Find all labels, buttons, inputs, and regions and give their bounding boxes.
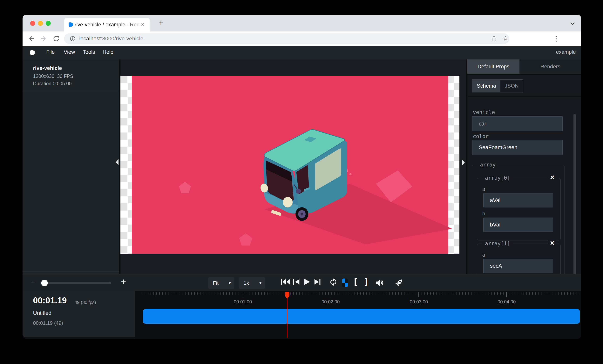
back-icon[interactable] [28, 35, 35, 42]
loop-toggle-button[interactable] [329, 278, 337, 286]
tab-default-props[interactable]: Default Props [467, 59, 520, 74]
play-button[interactable] [304, 279, 311, 285]
tab-title: rive-vehicle / example - Remoti [75, 22, 143, 28]
url-host: localhost [79, 35, 101, 42]
panel-scrollbar[interactable] [573, 114, 576, 274]
deco-pentagon-left [179, 182, 191, 193]
toggle-schema[interactable]: Schema [473, 80, 500, 92]
collapse-panel-arrow-icon[interactable] [462, 160, 465, 166]
caret-down-icon: ▾ [259, 281, 261, 285]
browser-tab[interactable]: rive-vehicle / example - Remoti × [64, 18, 150, 32]
current-time-display: 00:01.19 [33, 296, 67, 305]
ruler-label: 00:03.00 [410, 299, 428, 305]
array-0-b-label: b [482, 211, 485, 216]
fit-dropdown[interactable]: Fit ▾ [208, 277, 234, 289]
address-bar[interactable]: localhost:3000/rive-vehicle ☆ [64, 34, 509, 44]
toggle-json[interactable]: JSON [500, 80, 523, 92]
ruler-label: 00:01.00 [234, 299, 252, 305]
van-front-hub-center [301, 213, 303, 216]
out-point-button[interactable]: ] [364, 277, 369, 287]
panel-divider-line [467, 96, 581, 97]
van-mirror [296, 189, 301, 194]
timeline-info-panel: 00:01.19 49 (30 fps) Untitled 00:01.19 (… [23, 291, 135, 337]
playhead-handle[interactable] [285, 292, 289, 299]
jump-to-end-button[interactable] [314, 279, 321, 285]
array-1-label: array[1] [482, 240, 513, 247]
vehicle-input[interactable]: car [472, 116, 563, 131]
tab-renders[interactable]: Renders [520, 59, 581, 74]
app-menu-bar: File View Tools Help example [23, 46, 581, 60]
deco-dot [349, 173, 352, 175]
deco-rhombus [376, 170, 412, 202]
vehicle-artwork [120, 76, 459, 254]
vehicle-label: vehicle [473, 109, 495, 115]
timeline-track-bar[interactable] [143, 309, 580, 324]
speed-dropdown[interactable]: 1x ▾ [239, 277, 265, 289]
array-0-a-input[interactable]: aVal [483, 193, 553, 207]
tab-close-icon[interactable]: × [141, 21, 145, 28]
transparency-checkerboard-toggle[interactable] [342, 279, 348, 287]
composition-title: rive-vehicle [33, 65, 62, 71]
speed-dropdown-value: 1x [244, 280, 259, 286]
playback-controls-bar: − + Fit ▾ 1x ▾ [ ] [23, 274, 581, 292]
array-0-b-value: bVal [490, 222, 500, 228]
reload-icon[interactable] [52, 35, 60, 42]
array-1-a-label: a [482, 252, 485, 258]
previous-frame-button[interactable] [293, 279, 300, 285]
remotion-logo-icon [30, 49, 36, 56]
tab-search-chevron-icon[interactable] [569, 21, 575, 26]
array-1-fieldset: array[1] × a secA b [477, 244, 561, 274]
fit-dropdown-value: Fit [213, 280, 229, 286]
volume-button[interactable] [375, 279, 384, 287]
array-0-fieldset: array[0] × a aVal b bVal [477, 178, 561, 240]
site-info-icon[interactable] [70, 36, 75, 41]
menu-help[interactable]: Help [103, 49, 114, 55]
in-point-button[interactable]: [ [353, 277, 358, 287]
array-0-remove-icon[interactable]: × [548, 174, 556, 180]
browser-window: rive-vehicle / example - Remoti × + loca… [23, 15, 581, 339]
jump-to-start-button[interactable] [281, 279, 291, 285]
zoom-slider-track[interactable] [40, 282, 111, 284]
zoom-slider-thumb[interactable] [41, 280, 48, 286]
menu-view[interactable]: View [64, 49, 75, 55]
ruler-major-ticks[interactable] [142, 292, 580, 297]
traffic-light-minimize-button[interactable] [38, 21, 43, 26]
browser-tab-strip: rive-vehicle / example - Remoti × + [23, 15, 581, 32]
deco-pentagon-bottom [239, 233, 252, 246]
array-0-a-label: a [482, 186, 485, 192]
track-name[interactable]: Untitled [33, 310, 51, 316]
render-rocket-button[interactable] [395, 278, 404, 287]
array-1-remove-icon[interactable]: × [548, 240, 556, 246]
array-0-a-value: aVal [490, 197, 500, 203]
collapse-sidebar-arrow-icon[interactable] [116, 159, 118, 165]
track-position: 00:01.19 (49) [33, 320, 63, 326]
browser-toolbar: localhost:3000/rive-vehicle ☆ [23, 32, 581, 46]
schema-json-toggle: Schema JSON [472, 79, 523, 92]
array-0-label: array[0] [482, 175, 513, 181]
array-0-b-input[interactable]: bVal [483, 217, 553, 232]
ruler-label: 00:02.00 [322, 299, 340, 305]
menu-file[interactable]: File [46, 49, 55, 55]
menu-tools[interactable]: Tools [83, 49, 95, 55]
forward-icon[interactable] [40, 35, 47, 42]
traffic-light-close-button[interactable] [30, 21, 35, 26]
composition-list: image-in-lottieloaderpathsgifgifgif-dura… [23, 91, 119, 272]
array-1-a-input[interactable]: secA [483, 259, 553, 273]
compositions-sidebar: rive-vehicle 1200x630, 30 FPS Duration 0… [23, 59, 119, 274]
color-value: SeaFoamGreen [479, 144, 517, 150]
url-path: :3000/rive-vehicle [101, 35, 143, 42]
zoom-out-button[interactable]: − [31, 278, 35, 286]
array-fieldset: array array[0] × a aVal b bVal array[1] … [472, 165, 565, 274]
van-headlight-right [283, 197, 292, 207]
screenshot: rive-vehicle / example - Remoti × + loca… [0, 0, 603, 364]
share-icon[interactable] [491, 36, 497, 42]
tabs-underline [467, 74, 581, 75]
new-tab-button[interactable]: + [159, 18, 163, 28]
zoom-in-button[interactable]: + [121, 276, 126, 287]
bookmark-star-icon[interactable]: ☆ [502, 34, 509, 43]
traffic-light-expand-button[interactable] [46, 21, 51, 26]
playhead-line[interactable] [287, 299, 287, 338]
remotion-favicon-icon [68, 22, 74, 28]
browser-menu-kebab-icon[interactable] [555, 35, 557, 42]
color-input[interactable]: SeaFoamGreen [472, 140, 563, 155]
